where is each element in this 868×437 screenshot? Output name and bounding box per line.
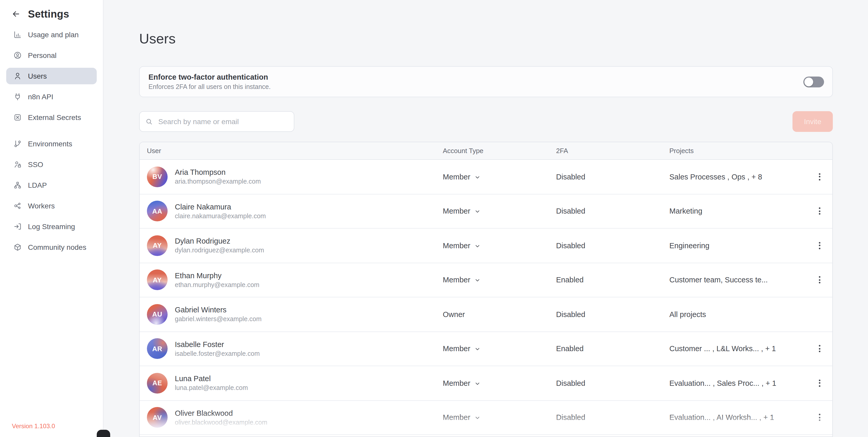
account-type-dropdown[interactable]: Member	[443, 276, 480, 284]
projects-cell: Engineering	[669, 242, 806, 250]
user-email: luna.patel@example.com	[175, 384, 248, 392]
twofa-status: Disabled	[556, 310, 585, 319]
sidebar-item-label: Workers	[28, 202, 55, 210]
row-menu-button[interactable]	[813, 274, 826, 286]
two-factor-card: Enforce two-factor authentication Enforc…	[139, 66, 833, 97]
user-name: Claire Nakamura	[175, 203, 266, 211]
sidebar-item-external-secrets[interactable]: External Secrets	[6, 109, 97, 126]
sidebar-item-label: n8n API	[28, 93, 53, 101]
search-input[interactable]	[139, 111, 294, 132]
settings-page: Settings Usage and plan Personal Users n…	[0, 0, 868, 437]
table-row: BV Aria Thompson aria.thompson@example.c…	[140, 160, 832, 194]
table-row: AU Gabriel Winters gabriel.winters@examp…	[140, 298, 832, 332]
version-label[interactable]: Version 1.103.0	[12, 423, 55, 430]
sidebar-item-personal[interactable]: Personal	[6, 47, 97, 64]
twofa-status: Enabled	[556, 345, 584, 353]
user-cell: AE Luna Patel luna.patel@example.com	[147, 373, 443, 394]
user-identity: Claire Nakamura claire.nakamura@example.…	[175, 203, 266, 220]
user-email: gabriel.winters@example.com	[175, 316, 261, 323]
user-name: Aria Thompson	[175, 168, 261, 177]
user-identity: Aria Thompson aria.thompson@example.com	[175, 168, 261, 185]
avatar-initials: AE	[152, 379, 162, 387]
avatar-initials: BV	[152, 173, 162, 181]
projects-cell: Customer team, Success te...	[669, 276, 806, 284]
avatar-initials: AA	[152, 207, 162, 215]
table-row: AY Ethan Murphy ethan.murphy@example.com…	[140, 263, 832, 298]
account-type-cell: Member	[443, 242, 556, 250]
sidebar-item-workers[interactable]: Workers	[6, 197, 97, 214]
avatar: AY	[147, 235, 167, 256]
row-menu-button[interactable]	[813, 171, 826, 183]
projects-value: Marketing	[669, 207, 702, 215]
account-type-dropdown[interactable]: Member	[443, 345, 480, 353]
account-type-dropdown[interactable]: Member	[443, 207, 480, 215]
sidebar-item-users[interactable]: Users	[6, 68, 97, 84]
two-factor-toggle[interactable]	[803, 76, 824, 87]
sidebar-item-label: LDAP	[28, 181, 47, 189]
sidebar-item-usage-and-plan[interactable]: Usage and plan	[6, 26, 97, 43]
user-name: Gabriel Winters	[175, 306, 261, 314]
sidebar-item-ldap[interactable]: LDAP	[6, 177, 97, 193]
twofa-status: Disabled	[556, 242, 585, 250]
projects-value: All projects	[669, 310, 706, 319]
table-row: AE Luna Patel luna.patel@example.com Mem…	[140, 366, 832, 401]
row-menu-button[interactable]	[813, 411, 826, 424]
users-settings-main: Users Enforce two-factor authentication …	[103, 0, 868, 437]
row-menu-button[interactable]	[813, 343, 826, 355]
twofa-cell: Disabled	[556, 413, 669, 422]
two-factor-description: Enforces 2FA for all users on this insta…	[149, 83, 832, 91]
git-branch-icon	[13, 139, 22, 148]
search-box	[139, 111, 294, 132]
package-icon	[13, 243, 22, 251]
menu-cell	[806, 377, 832, 389]
user-identity: Gabriel Winters gabriel.winters@example.…	[175, 306, 261, 323]
projects-value: Engineering	[669, 242, 709, 250]
sidebar-item-community-nodes[interactable]: Community nodes	[6, 239, 97, 255]
row-menu-button[interactable]	[813, 377, 826, 389]
page-title: Users	[139, 31, 176, 47]
user-identity: Dylan Rodriguez dylan.rodriguez@example.…	[175, 237, 264, 254]
row-menu-button[interactable]	[813, 240, 826, 252]
row-menu-button[interactable]	[813, 205, 826, 217]
account-type-dropdown[interactable]: Member	[443, 242, 480, 250]
sidebar-item-environments[interactable]: Environments	[6, 135, 97, 152]
menu-cell	[806, 205, 832, 217]
menu-cell	[806, 274, 832, 286]
chevron-down-icon	[474, 277, 480, 284]
avatar-initials: AY	[153, 276, 162, 284]
projects-value: Sales Processes , Ops , + 8	[669, 173, 762, 181]
sidebar-item-n8n-api[interactable]: n8n API	[6, 88, 97, 105]
account-type-cell: Member	[443, 276, 556, 284]
settings-sidebar: Settings Usage and plan Personal Users n…	[0, 0, 103, 437]
account-type-dropdown[interactable]: Owner	[443, 310, 465, 319]
invite-button[interactable]: Invite	[793, 111, 833, 132]
back-button[interactable]	[11, 9, 21, 19]
sidebar-item-label: External Secrets	[28, 113, 81, 122]
projects-value: Customer team, Success te...	[669, 276, 768, 284]
account-type-dropdown[interactable]: Member	[443, 173, 480, 181]
account-type-value: Member	[443, 207, 470, 215]
sidebar-item-label: Usage and plan	[28, 31, 79, 39]
menu-cell	[806, 411, 832, 424]
menu-cell	[806, 240, 832, 252]
chat-widget-corner[interactable]	[97, 430, 110, 437]
header-account-type: Account Type	[443, 147, 556, 155]
user-icon	[13, 72, 22, 80]
account-type-dropdown[interactable]: Member	[443, 379, 480, 387]
account-type-dropdown[interactable]: Member	[443, 413, 480, 422]
table-row: AY Dylan Rodriguez dylan.rodriguez@examp…	[140, 228, 832, 263]
user-cell: AY Ethan Murphy ethan.murphy@example.com	[147, 270, 443, 290]
projects-cell: Evaluation... , Sales Proc... , + 1	[669, 379, 806, 387]
chevron-down-icon	[474, 174, 480, 181]
arrow-left-icon	[11, 9, 21, 19]
hierarchy-icon	[13, 181, 22, 189]
user-name: Isabelle Foster	[175, 340, 260, 349]
user-circle-icon	[13, 51, 22, 60]
projects-cell: Evaluation... , AI Worksh... , + 1	[669, 413, 806, 422]
sidebar-item-sso[interactable]: SSO	[6, 156, 97, 173]
twofa-cell: Disabled	[556, 207, 669, 215]
sidebar-item-log-streaming[interactable]: Log Streaming	[6, 218, 97, 235]
avatar: AV	[147, 407, 167, 428]
account-type-cell: Member	[443, 173, 556, 181]
avatar-initials: AU	[152, 311, 162, 318]
